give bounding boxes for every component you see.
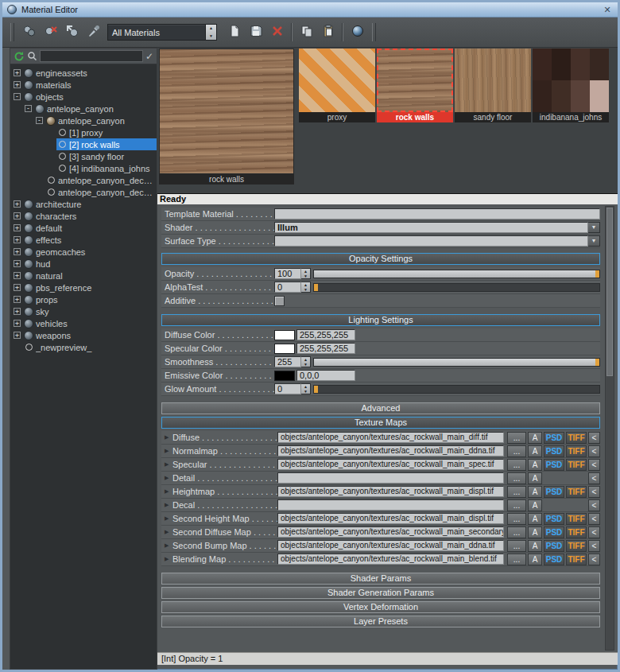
tree-item-zone[interactable]: effects xyxy=(23,234,157,246)
alpha-button[interactable]: A xyxy=(528,526,542,538)
search-input[interactable] xyxy=(40,50,143,62)
open-tiff-button[interactable]: TIFF xyxy=(566,459,587,471)
properties-scrollbar[interactable] xyxy=(605,206,614,651)
expand-arrow-icon[interactable]: ▶ xyxy=(165,461,172,468)
open-tiff-button[interactable]: TIFF xyxy=(566,554,587,565)
browse-button[interactable]: ... xyxy=(507,513,526,525)
revert-button[interactable]: < xyxy=(588,499,600,511)
open-tiff-button[interactable]: TIFF xyxy=(566,513,587,525)
group-header-layer-presets[interactable]: Layer Presets xyxy=(161,616,600,627)
opacity-slider[interactable] xyxy=(313,270,600,278)
browse-button[interactable]: ... xyxy=(507,432,526,444)
spin-up-icon[interactable]: ▲ xyxy=(206,25,216,33)
open-psd-button[interactable]: PSD xyxy=(544,554,564,565)
specular-color-field[interactable]: 255,255,255 xyxy=(296,343,355,354)
tree-item[interactable]: + engineassets xyxy=(10,67,157,79)
tree-item[interactable]: antelope_canyon_decal_... xyxy=(10,186,157,198)
template-material-field[interactable] xyxy=(274,208,600,219)
submaterial-thumbnail[interactable]: proxy xyxy=(299,49,375,122)
group-header-vertex-deformation[interactable]: Vertex Deformation xyxy=(161,601,600,613)
tree-item[interactable]: + sky xyxy=(10,305,157,317)
tree-item-zone[interactable]: sky xyxy=(23,305,157,317)
opacity-spinner[interactable]: ▲▼ xyxy=(301,268,311,279)
tree-expander-icon[interactable]: - xyxy=(14,93,21,100)
alpha-button[interactable]: A xyxy=(528,540,542,552)
tree-item-zone[interactable]: antelope_canyon xyxy=(34,103,157,115)
browse-button[interactable]: ... xyxy=(507,554,526,565)
tree-item-zone[interactable]: [2] rock walls xyxy=(56,138,157,150)
smoothness-field[interactable]: 255 xyxy=(274,356,301,367)
slider-handle[interactable] xyxy=(595,270,599,278)
tree-expander-icon[interactable]: + xyxy=(14,248,21,255)
revert-button[interactable]: < xyxy=(588,472,600,484)
alpha-button[interactable]: A xyxy=(528,459,542,471)
group-header-advanced[interactable]: Advanced xyxy=(161,402,600,414)
alphatest-slider[interactable] xyxy=(313,283,600,292)
material-filter-dropdown[interactable]: All Materials ▲▼ xyxy=(107,24,217,41)
surface-type-dropdown[interactable]: ▼ xyxy=(274,235,600,247)
tree-expander-icon[interactable]: + xyxy=(14,236,21,243)
revert-button[interactable]: < xyxy=(588,459,600,471)
tree-item[interactable]: + effects xyxy=(10,234,157,246)
tree-expander-icon[interactable]: + xyxy=(14,320,21,327)
diffuse-color-field[interactable]: 255,255,255 xyxy=(296,329,355,340)
spin-down-icon[interactable]: ▼ xyxy=(206,33,216,41)
reset-material-button[interactable] xyxy=(40,22,61,43)
open-tiff-button[interactable]: TIFF xyxy=(566,432,587,444)
revert-button[interactable]: < xyxy=(588,526,600,538)
tree-item[interactable]: + pbs_reference xyxy=(10,282,157,293)
tree-expander-icon[interactable]: + xyxy=(14,332,21,339)
tree-expander-icon[interactable]: + xyxy=(14,272,21,279)
tree-item-zone[interactable]: geomcaches xyxy=(23,246,157,258)
tree-item-zone[interactable]: architecture xyxy=(23,198,157,210)
reload-icon[interactable] xyxy=(14,51,25,62)
open-psd-button[interactable]: PSD xyxy=(544,459,564,471)
tree-item[interactable]: + default xyxy=(10,222,157,234)
tree-expander-icon[interactable]: + xyxy=(14,260,21,267)
submaterial-thumbnail-image[interactable] xyxy=(377,49,453,112)
surface-type-value[interactable] xyxy=(274,235,588,247)
tree-item-zone[interactable]: props xyxy=(23,293,157,305)
texture-path-field[interactable]: objects/antelope_canyon/textures/ac_rock… xyxy=(277,445,504,456)
tree-item-zone[interactable]: _newpreview_ xyxy=(23,341,157,353)
revert-button[interactable]: < xyxy=(588,554,600,565)
spin-down-icon[interactable]: ▼ xyxy=(301,274,310,278)
group-header-shader-params[interactable]: Shader Params xyxy=(161,573,600,585)
alpha-button[interactable]: A xyxy=(528,486,542,498)
expand-arrow-icon[interactable]: ▶ xyxy=(165,488,172,495)
apply-filter-check-icon[interactable]: ✓ xyxy=(145,52,153,61)
browse-button[interactable]: ... xyxy=(507,486,526,498)
tree-item-zone[interactable]: antelope_canyon_decal_... xyxy=(45,186,157,198)
chevron-down-icon[interactable]: ▼ xyxy=(588,222,600,233)
open-psd-button[interactable]: PSD xyxy=(544,513,564,525)
additive-checkbox[interactable] xyxy=(274,296,285,306)
alphatest-spinner[interactable]: ▲▼ xyxy=(301,282,311,293)
glow-amount-field[interactable]: 0 xyxy=(274,383,301,394)
open-tiff-button[interactable]: TIFF xyxy=(566,526,587,538)
close-icon[interactable]: ✕ xyxy=(601,5,614,15)
expand-arrow-icon[interactable]: ▶ xyxy=(165,434,172,441)
browse-button[interactable]: ... xyxy=(507,526,526,538)
tree-item[interactable]: [4] indibanana_johns xyxy=(10,162,157,174)
toolbar-grip[interactable] xyxy=(372,23,376,41)
texture-path-field[interactable]: objects/antelope_canyon/textures/ac_rock… xyxy=(277,526,504,538)
shader-dropdown[interactable]: Illum ▼ xyxy=(274,222,600,233)
glow-amount-spinner[interactable]: ▲▼ xyxy=(301,383,311,394)
browse-button[interactable]: ... xyxy=(507,445,526,457)
titlebar[interactable]: Material Editor ✕ xyxy=(2,2,618,17)
get-material-from-selection-button[interactable] xyxy=(61,22,83,43)
texture-path-field[interactable]: objects/antelope_canyon/textures/ac_rock… xyxy=(277,513,504,524)
material-preview-image[interactable] xyxy=(159,49,294,174)
tree-expander-icon[interactable]: + xyxy=(14,81,21,88)
save-material-button[interactable] xyxy=(245,22,266,43)
smoothness-spinner[interactable]: ▲▼ xyxy=(301,356,311,367)
tree-expander-icon[interactable]: + xyxy=(14,200,21,208)
browse-button[interactable]: ... xyxy=(507,472,526,484)
browse-button[interactable]: ... xyxy=(507,499,526,511)
tree-item-zone[interactable]: [1] proxy xyxy=(56,126,157,138)
texture-path-field[interactable]: objects/antelope_canyon/textures/ac_rock… xyxy=(277,459,504,470)
browse-button[interactable]: ... xyxy=(507,459,526,471)
tree-expander-icon[interactable]: - xyxy=(25,105,32,112)
material-preview-button[interactable] xyxy=(347,22,368,43)
diffuse-color-swatch[interactable] xyxy=(274,330,295,340)
